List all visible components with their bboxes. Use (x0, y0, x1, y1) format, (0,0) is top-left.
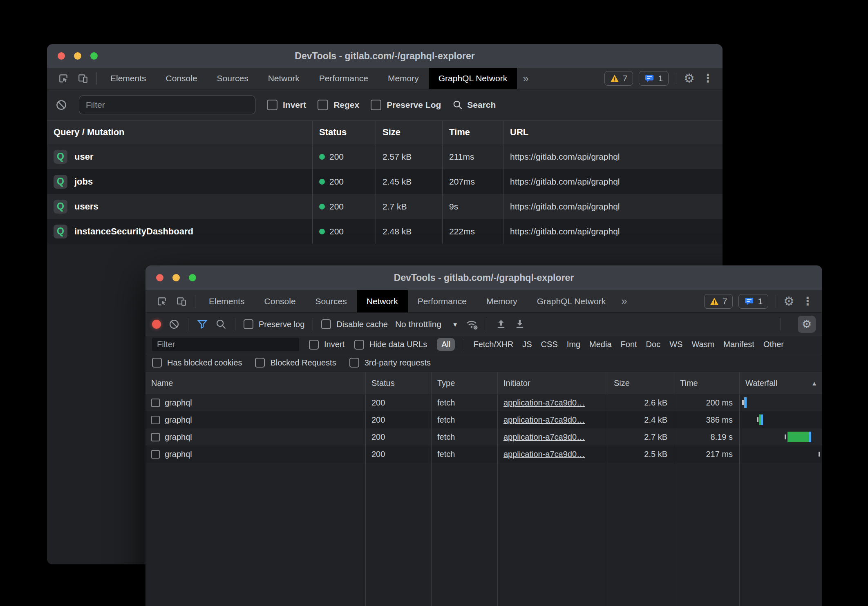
tab-performance[interactable]: Performance (408, 290, 477, 312)
blocked-requests-checkbox[interactable] (255, 358, 265, 368)
tab-memory[interactable]: Memory (477, 290, 527, 312)
invert-checkbox-group[interactable]: Invert (309, 340, 345, 350)
front-titlebar[interactable]: DevTools - gitlab.com/-/graphql-explorer (145, 265, 822, 290)
record-network-log-button[interactable] (152, 320, 161, 329)
blocked-requests-checkbox-group[interactable]: Blocked Requests (255, 358, 336, 368)
network-request-row[interactable]: graphql200fetchapplication-a7ca9d0…2.5 k… (145, 446, 822, 463)
minimize-window-button[interactable] (172, 274, 180, 281)
row-checkbox[interactable] (151, 450, 160, 459)
tab-graphql-network[interactable]: GraphQL Network (527, 290, 615, 312)
type-filter-img[interactable]: Img (567, 340, 580, 349)
tab-graphql-network[interactable]: GraphQL Network (429, 68, 517, 89)
third-party-requests-checkbox-group[interactable]: 3rd-party requests (349, 358, 431, 368)
network-request-row[interactable]: graphql200fetchapplication-a7ca9d0…2.7 k… (145, 428, 822, 446)
clear-icon[interactable] (168, 319, 180, 330)
graphql-request-row[interactable]: Qjobs2002.45 kB207mshttps://gitlab.com/a… (47, 169, 723, 194)
hide-data-urls-checkbox-group[interactable]: Hide data URLs (354, 340, 427, 350)
row-checkbox[interactable] (151, 416, 160, 424)
has-blocked-cookies-checkbox[interactable] (152, 358, 162, 368)
tab-memory[interactable]: Memory (378, 68, 429, 89)
column-header-size[interactable]: Size (376, 121, 443, 144)
column-header-query-mutation[interactable]: Query / Mutation (47, 121, 313, 144)
type-filter-wasm[interactable]: Wasm (691, 340, 714, 349)
settings-gear-icon[interactable]: ⚙ (684, 72, 695, 85)
disable-cache-checkbox[interactable] (321, 319, 331, 329)
preserve-log-checkbox[interactable] (371, 100, 381, 110)
type-filter-css[interactable]: CSS (541, 340, 558, 349)
kebab-menu-icon[interactable]: ⋮ (700, 73, 715, 84)
tab-sources[interactable]: Sources (207, 68, 258, 89)
initiator-link[interactable]: application-a7ca9d0… (503, 398, 585, 408)
invert-checkbox[interactable] (309, 340, 319, 350)
network-filter-input[interactable] (152, 338, 299, 351)
tab-console[interactable]: Console (156, 68, 207, 89)
inspect-element-icon[interactable] (152, 290, 172, 312)
column-header-waterfall[interactable]: Waterfall ▲ (740, 372, 822, 394)
type-filter-ws[interactable]: WS (669, 340, 682, 349)
tab-console[interactable]: Console (255, 290, 306, 312)
tab-elements[interactable]: Elements (199, 290, 255, 312)
initiator-link[interactable]: application-a7ca9d0… (503, 432, 585, 442)
type-filter-all[interactable]: All (437, 338, 455, 351)
zoom-window-button[interactable] (90, 52, 98, 60)
messages-badge[interactable]: 1 (738, 294, 768, 309)
column-header-time[interactable]: Time (674, 372, 740, 394)
column-header-status[interactable]: Status (313, 121, 376, 144)
filter-funnel-icon[interactable] (197, 319, 208, 330)
throttling-select[interactable]: No throttling ▼ (395, 319, 458, 329)
import-har-icon[interactable] (495, 319, 507, 330)
tab-elements[interactable]: Elements (101, 68, 156, 89)
messages-badge[interactable]: 1 (639, 71, 669, 86)
has-blocked-cookies-checkbox-group[interactable]: Has blocked cookies (152, 358, 242, 368)
invert-checkbox-group[interactable]: Invert (267, 100, 306, 110)
inspect-element-icon[interactable] (54, 68, 73, 89)
type-filter-other[interactable]: Other (763, 340, 784, 349)
row-checkbox[interactable] (151, 433, 160, 441)
close-window-button[interactable] (58, 52, 65, 60)
column-header-type[interactable]: Type (432, 372, 498, 394)
back-titlebar[interactable]: DevTools - gitlab.com/-/graphql-explorer (47, 44, 723, 68)
network-request-row[interactable]: graphql200fetchapplication-a7ca9d0…2.6 k… (145, 394, 822, 411)
row-checkbox[interactable] (151, 399, 160, 407)
tab-network[interactable]: Network (258, 68, 309, 89)
column-header-size[interactable]: Size (608, 372, 674, 394)
more-tabs-button[interactable]: » (517, 68, 534, 89)
type-filter-media[interactable]: Media (589, 340, 611, 349)
export-har-icon[interactable] (514, 319, 526, 330)
column-header-initiator[interactable]: Initiator (498, 372, 608, 394)
preserve-log-checkbox[interactable] (244, 319, 253, 329)
regex-checkbox-group[interactable]: Regex (318, 100, 359, 110)
column-header-url[interactable]: URL (503, 121, 723, 144)
tab-performance[interactable]: Performance (309, 68, 378, 89)
regex-checkbox[interactable] (318, 100, 328, 110)
network-request-row[interactable]: graphql200fetchapplication-a7ca9d0…2.4 k… (145, 411, 822, 428)
network-conditions-icon[interactable] (465, 318, 479, 330)
initiator-link[interactable]: application-a7ca9d0… (503, 415, 585, 425)
preserve-log-checkbox-group[interactable]: Preserve log (244, 319, 304, 329)
type-filter-fetch-xhr[interactable]: Fetch/XHR (473, 340, 513, 349)
initiator-link[interactable]: application-a7ca9d0… (503, 450, 585, 459)
search-button[interactable]: Search (452, 100, 496, 110)
minimize-window-button[interactable] (74, 52, 81, 60)
search-icon[interactable] (215, 319, 227, 330)
clear-icon[interactable] (55, 99, 67, 111)
column-header-status[interactable]: Status (366, 372, 432, 394)
graphql-request-row[interactable]: Quser2002.57 kB211mshttps://gitlab.com/a… (47, 144, 723, 169)
preserve-log-checkbox-group[interactable]: Preserve Log (371, 100, 441, 110)
warnings-badge[interactable]: 7 (704, 294, 733, 309)
zoom-window-button[interactable] (189, 274, 196, 281)
type-filter-js[interactable]: JS (522, 340, 532, 349)
graphql-request-row[interactable]: QinstanceSecurityDashboard2002.48 kB222m… (47, 219, 723, 244)
type-filter-font[interactable]: Font (621, 340, 637, 349)
graphql-request-row[interactable]: Qusers2002.7 kB9shttps://gitlab.com/api/… (47, 194, 723, 219)
hide-data-urls-checkbox[interactable] (354, 340, 364, 350)
kebab-menu-icon[interactable]: ⋮ (800, 296, 815, 307)
close-window-button[interactable] (156, 274, 163, 281)
column-header-name[interactable]: Name (145, 372, 366, 394)
invert-checkbox[interactable] (267, 100, 277, 110)
graphql-filter-input[interactable] (79, 96, 255, 114)
tab-network[interactable]: Network (357, 290, 408, 312)
column-header-time[interactable]: Time (443, 121, 503, 144)
type-filter-manifest[interactable]: Manifest (723, 340, 754, 349)
tab-sources[interactable]: Sources (306, 290, 357, 312)
